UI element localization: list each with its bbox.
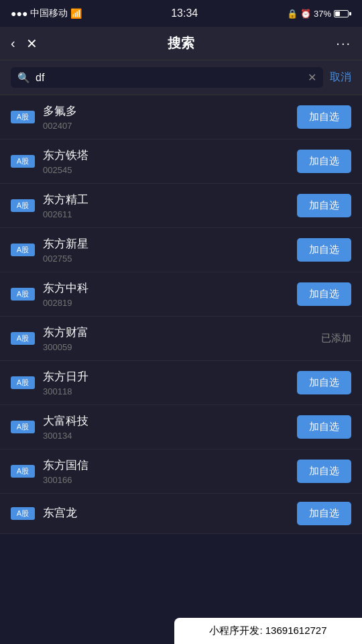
stock-tag-badge: A股 xyxy=(11,111,35,123)
status-left: ●●● 中国移动 📶 xyxy=(11,7,82,19)
stock-code: 002407 xyxy=(43,121,289,131)
list-item: A股大富科技300134加自选 xyxy=(0,405,362,449)
stock-info: 东方日升300118 xyxy=(43,369,289,396)
add-to-watchlist-button[interactable]: 加自选 xyxy=(297,371,351,394)
stock-info: 东宫龙 xyxy=(43,505,289,523)
nav-bar: ‹ ✕ 搜索 ··· xyxy=(0,27,362,60)
stock-name: 大富科技 xyxy=(43,413,289,429)
stock-info: 东方财富300059 xyxy=(43,325,313,352)
signal-dots: ●●● xyxy=(11,8,27,19)
status-bar: ●●● 中国移动 📶 13:34 🔒 ⏰ 37% xyxy=(0,0,362,27)
add-to-watchlist-button[interactable]: 加自选 xyxy=(297,105,351,129)
wifi-icon: 📶 xyxy=(70,8,82,19)
stock-code: 300118 xyxy=(43,386,289,396)
search-icon: 🔍 xyxy=(17,72,30,84)
search-bar: 🔍 ✕ 取消 xyxy=(0,60,362,95)
clear-search-button[interactable]: ✕ xyxy=(308,71,316,84)
close-button[interactable]: ✕ xyxy=(26,36,38,52)
add-to-watchlist-button[interactable]: 加自选 xyxy=(297,150,351,173)
stock-name: 东方日升 xyxy=(43,369,289,384)
stock-name: 东宫龙 xyxy=(43,505,289,521)
list-item: A股东方精工002611加自选 xyxy=(0,184,362,228)
stock-code: 300134 xyxy=(43,431,289,441)
stock-info: 多氟多002407 xyxy=(43,103,289,131)
list-item: A股东方财富300059已添加 xyxy=(0,317,362,361)
stock-tag-badge: A股 xyxy=(11,288,35,301)
stock-tag-badge: A股 xyxy=(11,199,35,212)
mini-program-notice: 小程序开发: 13691612727 xyxy=(174,618,362,644)
add-to-watchlist-button[interactable]: 加自选 xyxy=(297,238,351,262)
stock-code: 002755 xyxy=(43,254,289,264)
stock-tag-badge: A股 xyxy=(11,155,35,168)
list-item: A股东宫龙加自选 xyxy=(0,494,362,534)
status-right: 🔒 ⏰ 37% xyxy=(287,9,351,19)
battery-icon xyxy=(334,10,351,17)
stock-code: 300166 xyxy=(43,475,289,485)
list-item: A股东方铁塔002545加自选 xyxy=(0,140,362,184)
battery-percent: 37% xyxy=(314,9,331,19)
search-input[interactable] xyxy=(36,72,302,84)
alarm-icon: ⏰ xyxy=(300,9,311,19)
status-time: 13:34 xyxy=(171,7,198,19)
nav-left: ‹ ✕ xyxy=(11,36,38,52)
stock-info: 大富科技300134 xyxy=(43,413,289,441)
cancel-button[interactable]: 取消 xyxy=(330,70,351,85)
stock-tag-badge: A股 xyxy=(11,332,35,345)
stock-tag-badge: A股 xyxy=(11,421,35,433)
stock-info: 东方铁塔002545 xyxy=(43,148,289,175)
carrier-name: 中国移动 xyxy=(30,7,68,19)
stock-code: 300059 xyxy=(43,342,313,352)
lock-icon: 🔒 xyxy=(287,9,298,19)
stock-info: 东方精工002611 xyxy=(43,192,289,219)
stock-info: 东方中科002819 xyxy=(43,280,289,308)
add-to-watchlist-button[interactable]: 加自选 xyxy=(297,502,351,525)
stock-info: 东方新星002755 xyxy=(43,236,289,264)
list-item: A股东方国信300166加自选 xyxy=(0,449,362,494)
list-item: A股东方日升300118加自选 xyxy=(0,361,362,405)
add-to-watchlist-button[interactable]: 加自选 xyxy=(297,194,351,217)
add-to-watchlist-button[interactable]: 加自选 xyxy=(297,282,351,306)
stock-info: 东方国信300166 xyxy=(43,458,289,485)
mini-program-text: 小程序开发: 13691612727 xyxy=(209,625,326,636)
more-button[interactable]: ··· xyxy=(336,36,351,51)
add-to-watchlist-button[interactable]: 加自选 xyxy=(297,460,351,483)
stock-name: 东方铁塔 xyxy=(43,148,289,163)
result-list: A股多氟多002407加自选A股东方铁塔002545加自选A股东方精工00261… xyxy=(0,95,362,534)
back-button[interactable]: ‹ xyxy=(11,36,15,51)
stock-tag-badge: A股 xyxy=(11,465,35,478)
already-added-label: 已添加 xyxy=(321,332,351,345)
list-item: A股东方新星002755加自选 xyxy=(0,228,362,272)
stock-name: 东方精工 xyxy=(43,192,289,207)
stock-name: 多氟多 xyxy=(43,103,289,119)
stock-tag-badge: A股 xyxy=(11,244,35,256)
list-item: A股多氟多002407加自选 xyxy=(0,95,362,140)
list-item: A股东方中科002819加自选 xyxy=(0,272,362,317)
stock-code: 002819 xyxy=(43,298,289,308)
add-to-watchlist-button[interactable]: 加自选 xyxy=(297,415,351,439)
stock-name: 东方国信 xyxy=(43,458,289,473)
stock-name: 东方中科 xyxy=(43,280,289,296)
search-input-wrapper: 🔍 ✕ xyxy=(11,67,323,88)
stock-tag-badge: A股 xyxy=(11,507,35,520)
stock-code: 002545 xyxy=(43,165,289,175)
stock-name: 东方新星 xyxy=(43,236,289,252)
page-title: 搜索 xyxy=(168,34,194,52)
stock-code: 002611 xyxy=(43,209,289,219)
stock-name: 东方财富 xyxy=(43,325,313,340)
stock-tag-badge: A股 xyxy=(11,376,35,389)
